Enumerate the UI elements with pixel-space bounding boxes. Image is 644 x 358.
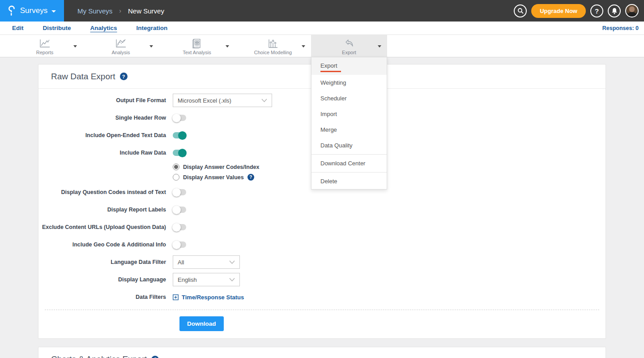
menu-item-delete[interactable]: Delete [311,173,387,189]
radio-answer-codes[interactable]: Display Answer Codes/Index [173,164,606,170]
tab-analytics[interactable]: Analytics [90,25,117,31]
menu-divider [311,154,387,155]
chevron-down-icon[interactable] [378,45,381,47]
field-label: Include Geo Code & Additional Info [38,242,173,248]
field-label: Display Report Labels [38,207,173,213]
tab-integration[interactable]: Integration [136,25,168,31]
chevron-down-icon[interactable] [302,45,305,47]
search-button[interactable] [514,4,527,17]
menu-item-merge[interactable]: Merge [311,122,387,138]
include-raw-data-toggle[interactable] [173,150,186,156]
menu-item-scheduler[interactable]: Scheduler [311,91,387,106]
chevron-down-icon [261,99,267,102]
language-data-filter-select[interactable]: All [173,255,240,269]
breadcrumb-my-surveys[interactable]: My Surveys [77,7,112,15]
breadcrumb: My Surveys › New Survey [77,7,164,15]
chevron-down-icon[interactable] [73,45,77,47]
toolbar-choice-modelling[interactable]: Choice Modelling [235,35,311,57]
menu-item-data-quality[interactable]: Data Quality [311,138,387,153]
menu-item-import[interactable]: Import [311,106,387,122]
field-label: Exclude Content URLs (Upload Question Da… [38,224,173,230]
toggle-knob [172,206,181,214]
radio-answer-values[interactable]: Display Answer Values ? [173,174,606,181]
toggle-knob [178,131,187,140]
select-value: All [178,259,184,266]
toolbar-reports[interactable]: Reports [7,35,83,57]
help-button[interactable]: ? [590,4,603,17]
menu-item-export[interactable]: Export [311,57,387,75]
toolbar-label: Reports [36,50,54,55]
field-label: Output File Format [38,97,173,104]
help-icon[interactable]: ? [151,356,159,358]
field-label: Single Header Row [38,115,173,121]
help-icon[interactable]: ? [120,73,128,80]
select-value: English [178,276,197,283]
search-icon [517,8,524,14]
field-label: Include Open-Ended Text Data [38,132,173,138]
question-codes-toggle[interactable] [173,189,186,195]
responses-count: Responses: 0 [602,25,639,31]
menu-item-label: Export [320,62,337,69]
header-actions: Upgrade Now ? [514,0,639,22]
export-icon [343,39,355,48]
field-label: Data Filters [38,294,173,300]
help-icon[interactable]: ? [247,174,254,181]
radio-label: Display Answer Codes/Index [183,164,259,170]
top-header: Surveys My Surveys › New Survey Upgrade … [0,0,644,22]
toggle-knob [178,149,187,157]
breadcrumb-current-survey: New Survey [128,7,164,15]
output-file-format-select[interactable]: Microsoft Excel (.xls) [173,94,272,107]
bell-icon [611,8,618,14]
chevron-down-icon [51,10,56,13]
question-mark-icon: ? [595,7,599,15]
toolbar-label: Choice Modelling [254,50,292,55]
product-switcher[interactable]: Surveys [0,0,64,22]
notifications-button[interactable] [608,4,621,17]
charts-analytics-export-card: Charts & Analytics Export ? [38,347,606,358]
geo-code-toggle[interactable] [173,242,186,248]
page-title: Raw Data Export [51,72,115,82]
toolbar-label: Export [342,50,356,55]
product-label: Surveys [20,6,47,15]
toolbar-export[interactable]: Export [311,35,387,57]
menu-divider [311,172,387,173]
tab-distribute[interactable]: Distribute [43,25,71,31]
exclude-content-urls-toggle[interactable] [173,224,186,230]
chevron-down-icon [229,260,235,264]
upgrade-now-button[interactable]: Upgrade Now [531,4,586,18]
toolbar-label: Analysis [112,50,130,55]
breadcrumb-separator: › [119,7,121,14]
active-item-underline [320,71,341,72]
download-button[interactable]: Download [179,316,224,331]
analytics-toolbar: Reports Analysis Text Analysis Choice Mo… [0,35,644,57]
field-label: Display Language [38,276,173,283]
text-analysis-icon [192,39,202,48]
plus-square-icon [173,294,179,300]
chevron-down-icon[interactable] [149,45,153,47]
menu-item-weighting[interactable]: Weighting [311,75,387,91]
toolbar-analysis[interactable]: Analysis [83,35,159,57]
select-value: Microsoft Excel (.xls) [178,97,231,104]
radio-label: Display Answer Values [183,174,244,181]
link-label: Time/Response Status [182,294,244,301]
toggle-knob [172,223,181,232]
time-response-status-link[interactable]: Time/Response Status [173,294,244,301]
menu-item-download-center[interactable]: Download Center [311,155,387,171]
toolbar-text-analysis[interactable]: Text Analysis [159,35,235,57]
questionpro-logo-icon [8,5,16,16]
survey-tab-bar: Edit Distribute Analytics Integration Re… [0,22,644,35]
field-label: Include Raw Data [38,150,173,156]
chevron-down-icon[interactable] [226,45,229,47]
export-dropdown-menu: Export Weighting Scheduler Import Merge … [311,57,387,190]
reports-icon [39,39,51,48]
single-header-row-toggle[interactable] [173,115,186,121]
radio-button[interactable] [173,174,179,181]
include-open-ended-toggle[interactable] [173,132,186,138]
radio-button-selected[interactable] [173,164,179,170]
user-avatar[interactable] [625,4,639,17]
display-language-select[interactable]: English [173,273,240,286]
tab-edit[interactable]: Edit [12,25,24,31]
chevron-down-icon [229,278,235,281]
report-labels-toggle[interactable] [173,207,186,213]
toggle-knob [172,188,181,197]
